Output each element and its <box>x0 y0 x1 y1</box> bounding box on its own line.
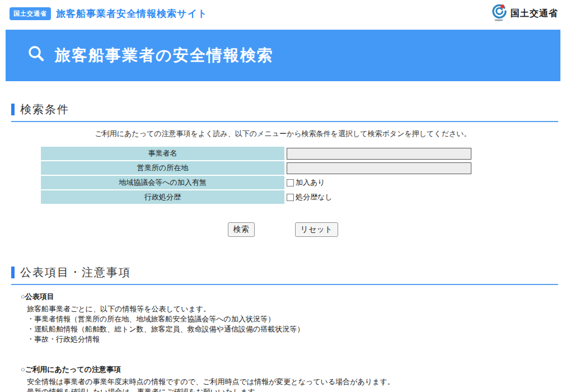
note-line: 旅客船事業者ごとに、以下の情報等を公表しています。 <box>27 304 566 314</box>
search-icon <box>27 45 46 66</box>
mlit-badge: 国土交通省 <box>10 7 51 20</box>
button-row: 検索 リセット <box>0 222 566 237</box>
search-section-title: 検索条件 <box>20 102 69 117</box>
section-accent-bar <box>11 267 15 278</box>
notes-section-title: 公表項目・注意事項 <box>20 265 131 280</box>
table-row: 営業所の所在地 <box>41 161 566 175</box>
field-label-council-membership: 地域協議会等への加入有無 <box>41 176 284 189</box>
note-line: ・事故・行政処分情報 <box>27 334 566 344</box>
published-items-heading: ○公表項目 <box>21 292 566 302</box>
search-button[interactable]: 検索 <box>228 222 255 237</box>
checkbox-label: 処分歴なし <box>296 192 333 202</box>
notes-content: ○公表項目 旅客船事業者ごとに、以下の情報等を公表しています。 ・事業者情報（営… <box>21 292 566 392</box>
table-row: 行政処分歴 処分歴なし <box>41 190 566 204</box>
field-label-operator-name: 事業者名 <box>41 147 284 160</box>
note-line: 最新の情報を確認したい場合は、事業者にご確認をお願いいたします。 <box>27 387 566 392</box>
field-label-disposition-history: 行政処分歴 <box>41 190 284 204</box>
published-items-block: ○公表項目 旅客船事業者ごとに、以下の情報等を公表しています。 ・事業者情報（営… <box>21 292 566 344</box>
section-underline <box>11 121 558 122</box>
hero-banner: 旅客船事業者の安全情報検索 <box>6 30 560 81</box>
ministry-name: 国土交通省 <box>511 8 558 20</box>
top-bar: 国土交通省 旅客船事業者安全情報検索サイト 国土交通省 <box>0 0 566 27</box>
checkbox-label: 加入あり <box>296 178 325 188</box>
office-location-input[interactable] <box>287 162 471 174</box>
note-line: 安全情報は事業者の事業年度末時点の情報ですので、ご利用時点では情報が変更となって… <box>27 377 566 387</box>
top-bar-brand[interactable]: 国土交通省 旅客船事業者安全情報検索サイト <box>10 7 208 20</box>
ministry-logo-group[interactable]: 国土交通省 <box>490 3 558 24</box>
hero-title: 旅客船事業者の安全情報検索 <box>55 45 274 66</box>
note-line: ・運航船舶情報（船舶数、総トン数、旅客定員、救命設備や通信設備の搭載状況等） <box>27 324 566 334</box>
notes-section-header: 公表項目・注意事項 <box>11 265 558 280</box>
usage-cautions-block: ○ご利用にあたっての注意事項 安全情報は事業者の事業年度末時点の情報ですので、ご… <box>21 365 566 392</box>
usage-cautions-heading: ○ご利用にあたっての注意事項 <box>21 365 566 375</box>
mlit-logo-icon <box>490 3 507 24</box>
reset-button[interactable]: リセット <box>295 222 338 237</box>
site-title: 旅客船事業者安全情報検索サイト <box>56 7 208 20</box>
search-section-header: 検索条件 <box>11 102 558 117</box>
table-row: 地域協議会等への加入有無 加入あり <box>41 176 566 189</box>
table-row: 事業者名 <box>41 147 566 160</box>
council-membership-option[interactable]: 加入あり <box>287 178 325 188</box>
disposition-history-option[interactable]: 処分歴なし <box>287 192 333 202</box>
operator-name-input[interactable] <box>287 148 471 160</box>
section-underline <box>11 284 558 285</box>
note-line: ・事業者情報（営業所の所在地、地域旅客船安全協議会等への加入状況等） <box>27 314 566 324</box>
council-membership-checkbox[interactable] <box>287 179 294 186</box>
search-form-table: 事業者名 営業所の所在地 地域協議会等への加入有無 加入あり 行政処分歴 処分歴… <box>41 147 566 204</box>
field-label-office-location: 営業所の所在地 <box>41 161 284 175</box>
search-instruction: ご利用にあたっての注意事項をよく読み、以下のメニューから検索条件を選択して検索ボ… <box>0 129 566 139</box>
disposition-history-checkbox[interactable] <box>287 194 294 201</box>
section-accent-bar <box>11 104 15 115</box>
